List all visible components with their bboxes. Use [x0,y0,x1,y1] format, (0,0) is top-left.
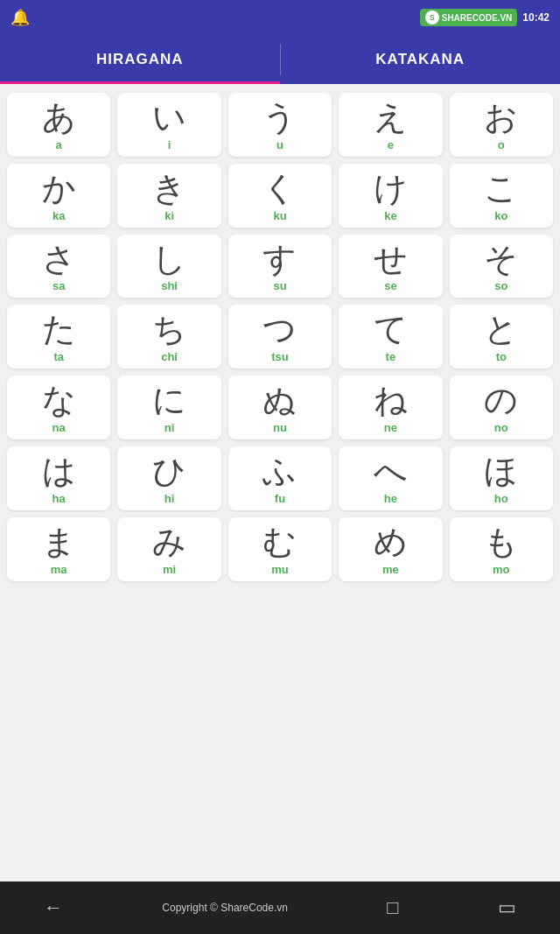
kana-char-na: な [42,383,76,419]
kana-roman-he: he [384,492,397,505]
kana-card-ho[interactable]: ほho [450,446,553,510]
kana-roman-ko: ko [494,209,508,222]
kana-card-e[interactable]: えe [339,93,442,157]
kana-card-tsu[interactable]: つtsu [228,305,332,369]
kana-card-so[interactable]: そso [450,235,553,298]
bell-icon: 🔔 [10,8,30,27]
kana-roman-se: se [384,279,396,292]
kana-card-u[interactable]: うu [228,93,332,157]
kana-roman-ni: ni [164,421,175,434]
home-icon[interactable]: □ [387,896,398,919]
kana-char-ke: け [374,171,408,207]
kana-card-se[interactable]: せse [339,235,442,298]
kana-card-na[interactable]: なna [7,376,110,439]
kana-roman-me: me [382,563,399,576]
kana-roman-u: u [276,138,284,151]
kana-char-a: あ [42,100,76,137]
kana-card-te[interactable]: てte [339,305,442,369]
kana-card-he[interactable]: へhe [339,446,442,510]
kana-char-shi: し [152,242,186,278]
kana-char-ni: に [152,383,186,419]
kana-char-ma: ま [42,524,76,561]
kana-roman-e: e [388,138,394,151]
kana-card-ta[interactable]: たta [7,305,110,369]
kana-card-mo[interactable]: もmo [450,517,553,581]
kana-char-ta: た [42,312,76,348]
logo-text: SHARECODE.VN [442,13,513,23]
kana-roman-fu: fu [275,492,285,505]
kana-grid: あaいiうuえeおoかkaきkiくkuけkeこkoさsaしshiすsuせseそs… [7,93,553,581]
kana-char-mo: も [484,524,518,561]
kana-roman-i: i [168,138,172,151]
kana-char-sa: さ [42,242,76,278]
kana-roman-te: te [386,350,396,363]
kana-roman-hi: hi [164,492,175,505]
kana-char-ne: ね [374,383,408,419]
kana-roman-tsu: tsu [271,350,289,363]
kana-card-mi[interactable]: みmi [117,517,220,581]
kana-card-ha[interactable]: はha [7,446,110,510]
tab-hiragana[interactable]: HIRAGANA [0,35,280,84]
status-time: 10:42 [522,11,550,24]
kana-card-to[interactable]: とto [450,305,553,369]
sharecode-logo: S SHARECODE.VN [420,9,518,26]
tab-bar: HIRAGANA KATAKANA [0,35,560,84]
kana-card-ke[interactable]: けke [339,164,442,228]
kana-card-no[interactable]: のno [450,376,553,439]
kana-char-ha: は [42,453,76,490]
kana-char-te: て [374,312,408,348]
status-bar: 🔔 S SHARECODE.VN 10:42 [0,0,560,35]
kana-card-fu[interactable]: ふfu [228,446,332,510]
kana-char-u: う [262,100,297,137]
kana-card-sa[interactable]: さsa [7,235,110,298]
kana-char-ko: こ [484,171,518,207]
kana-char-mi: み [152,524,186,561]
recents-icon[interactable]: ▭ [498,896,516,919]
kana-card-me[interactable]: めme [339,517,442,581]
kana-card-ki[interactable]: きki [117,164,220,228]
kana-char-ki: き [152,171,186,207]
kana-char-tsu: つ [262,312,297,348]
kana-roman-ki: ki [164,209,174,222]
kana-char-ho: ほ [484,453,518,490]
kana-char-nu: ぬ [262,383,297,419]
kana-roman-to: to [496,350,507,363]
kana-char-hi: ひ [152,453,186,490]
status-bar-right: S SHARECODE.VN 10:42 [420,9,550,26]
kana-char-me: め [374,524,408,561]
kana-card-chi[interactable]: ちchi [117,305,220,369]
kana-roman-ho: ho [494,492,508,505]
kana-roman-mo: mo [493,563,510,576]
kana-card-shi[interactable]: しshi [117,235,220,298]
kana-card-ne[interactable]: ねne [339,376,442,439]
kana-roman-ma: ma [51,563,67,576]
kana-roman-sa: sa [52,279,65,292]
kana-roman-no: no [494,421,508,434]
kana-card-ka[interactable]: かka [7,164,110,228]
kana-card-nu[interactable]: ぬnu [228,376,332,439]
kana-card-hi[interactable]: ひhi [117,446,220,510]
kana-char-su: す [262,242,297,278]
kana-card-ma[interactable]: まma [7,517,110,581]
kana-char-ka: か [42,171,76,207]
tab-katakana[interactable]: KATAKANA [281,35,561,84]
kana-roman-a: a [56,138,62,151]
kana-card-ko[interactable]: こko [450,164,553,228]
kana-roman-so: so [494,279,508,292]
kana-char-i: い [152,100,186,137]
kana-card-a[interactable]: あa [7,93,110,157]
back-icon[interactable]: ← [44,896,63,919]
kana-roman-o: o [498,138,505,151]
kana-card-i[interactable]: いi [117,93,220,157]
kana-card-mu[interactable]: むmu [228,517,332,581]
kana-card-su[interactable]: すsu [228,235,332,298]
kana-roman-ku: ku [273,209,286,222]
kana-roman-mi: mi [163,563,176,576]
kana-char-fu: ふ [262,453,297,490]
kana-card-ni[interactable]: にni [117,376,220,439]
kana-roman-su: su [273,279,286,292]
kana-char-no: の [484,383,518,419]
kana-card-ku[interactable]: くku [228,164,332,228]
status-bar-left: 🔔 [10,8,30,27]
kana-card-o[interactable]: おo [450,93,553,157]
